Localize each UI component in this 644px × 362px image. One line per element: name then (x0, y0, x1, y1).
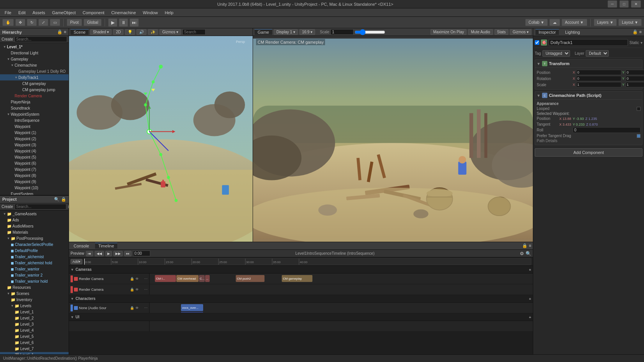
looped-checkbox[interactable] (637, 107, 641, 111)
transform-header[interactable]: ▼ T Transform (535, 60, 642, 68)
tree-item-waypoint-9[interactable]: Waypoint (9) (0, 179, 69, 185)
folder-game-assets[interactable]: ▼ 📁 _GameAssets (0, 211, 69, 217)
tl-zoom-icon[interactable]: 🔍 (526, 251, 531, 256)
minimize-button[interactable]: ─ (608, 0, 617, 8)
inspector-lock-icon[interactable]: 🔒 (632, 29, 638, 34)
track-lock-1[interactable]: 🔒 (130, 277, 134, 281)
step-button[interactable]: ⏭ (130, 18, 139, 27)
folder-level6a[interactable]: 📁 Level_6 (0, 340, 69, 346)
menu-gameobject[interactable]: GameObject (49, 10, 79, 16)
menu-help[interactable]: Help (162, 10, 177, 16)
tl-settings-icon[interactable]: ⚙ (520, 251, 524, 256)
layout-button[interactable]: Layout ▼ (618, 19, 642, 26)
tree-item-render-camera[interactable]: Render Camera (0, 93, 69, 99)
menu-assets[interactable]: Assets (30, 10, 48, 16)
folder-trailer-alchemist-hold[interactable]: ◼ Trailer_alchemist hold (0, 260, 69, 266)
folder-levels[interactable]: ▼ 📁 Levels (0, 303, 69, 309)
tree-item-playerninja[interactable]: PlayerNinja (0, 99, 69, 105)
maximize-button[interactable]: □ (619, 0, 629, 8)
scale-input[interactable] (330, 29, 353, 35)
timeline-menu-icon[interactable]: ≡ (529, 243, 531, 248)
folder-trailer-warrior[interactable]: ◼ Trailer_warrior (0, 266, 69, 272)
tl-time-input[interactable] (133, 251, 150, 256)
rot-x-input[interactable] (576, 76, 621, 81)
tree-item-waypoint-6[interactable]: Waypoint (6) (0, 160, 69, 166)
cameras-arrow-icon[interactable]: ▼ (71, 268, 74, 272)
maximize-on-play-btn[interactable]: Maximize On Play (430, 29, 467, 35)
tree-item-event-system[interactable]: EventSystem (0, 191, 69, 195)
account-button[interactable]: Account ▼ (562, 19, 587, 26)
project-lock-icon[interactable]: 🔒 (61, 197, 66, 202)
folder-level5a[interactable]: 📁 Level_5 (0, 334, 69, 340)
tree-item-dirlight[interactable]: Directional Light (0, 50, 69, 56)
folder-audio-mixers[interactable]: 📁 AudioMixers (0, 223, 69, 229)
folder-char-select[interactable]: ◼ CharacterSelectProfile (0, 242, 69, 248)
collab-button[interactable]: Collab ▼ (525, 19, 548, 26)
menu-file[interactable]: File (2, 10, 15, 16)
timeline-tab[interactable]: Timeline (95, 243, 117, 249)
display-btn[interactable]: Display 1 ▾ (274, 29, 298, 35)
scale-slider[interactable] (355, 29, 385, 35)
preview-label[interactable]: Preview (71, 251, 84, 256)
scene-lights-btn[interactable]: 💡 (125, 29, 135, 35)
track-lock-audio[interactable]: 🔒 (130, 306, 134, 310)
pause-button[interactable]: ⏸ (119, 18, 128, 27)
tree-item-soundtrack[interactable]: Soundtrack (0, 105, 69, 111)
tree-item-waypoint-10[interactable]: Waypoint (10) (0, 185, 69, 191)
scene-tab[interactable]: Scene (71, 29, 89, 35)
tree-item-dollytrack1[interactable]: ▼ DollyTrack1 (0, 74, 69, 80)
track-eye-1[interactable]: 👁 (135, 277, 139, 281)
pos-x-input[interactable] (576, 70, 621, 75)
inspector-tab[interactable]: Inspector (536, 29, 559, 35)
move-tool[interactable]: ✥ (15, 19, 25, 26)
global-button[interactable]: Global (84, 19, 102, 26)
folder-level7a[interactable]: 📁 Level_7 (0, 346, 69, 352)
close-button[interactable]: ✕ (631, 0, 641, 8)
static-arrow[interactable]: ▾ (641, 41, 642, 45)
scene-fx-btn[interactable]: ✨ (148, 29, 158, 35)
ui-arrow-icon[interactable]: ▼ (71, 315, 74, 319)
tl-next-btn[interactable]: ▶▶ (113, 251, 123, 256)
menu-cinemachine[interactable]: Cinemachine (108, 10, 139, 16)
folder-level4a[interactable]: 📁 Level_4 (0, 328, 69, 334)
scale-x-input[interactable] (576, 82, 621, 87)
folder-ads[interactable]: 📁 Ads (0, 217, 69, 223)
pos-y-input[interactable] (626, 70, 644, 75)
tl-start-btn[interactable]: ⏮ (86, 251, 93, 256)
mute-audio-btn[interactable]: Mute Audio (468, 29, 493, 35)
tree-item-cinemachine[interactable]: ▼ Cinemachine (0, 62, 69, 68)
tree-item-waypoint-7[interactable]: Waypoint (7) (0, 166, 69, 172)
characters-add-icon[interactable]: + (529, 296, 531, 301)
ratio-btn[interactable]: 16:9 ▾ (299, 29, 315, 35)
path-details-label[interactable]: Path Details (537, 139, 557, 143)
add-track-btn[interactable]: Add▾ (71, 259, 82, 264)
pivot-button[interactable]: Pivot (67, 19, 82, 26)
cloud-button[interactable]: ☁ (549, 19, 560, 26)
track-lock-2[interactable]: 🔒 (130, 288, 134, 292)
folder-level1a[interactable]: 📁 Level_1 (0, 309, 69, 315)
folder-level2a[interactable]: 📁 Level_2 (0, 315, 69, 321)
tree-item-waypoint-2[interactable]: Waypoint (2) (0, 136, 69, 142)
folder-default-profile[interactable]: ◼ DefaultProfile (0, 248, 69, 254)
menu-component[interactable]: Component (79, 10, 107, 16)
tree-item-gameplay[interactable]: ▼ Gameplay (0, 56, 69, 62)
scale-tool[interactable]: ⤢ (38, 19, 48, 26)
folder-level3a[interactable]: 📁 Level_3 (0, 321, 69, 328)
menu-edit[interactable]: Edit (15, 10, 29, 16)
scene-audio-btn[interactable]: 🔊 (136, 29, 146, 35)
tree-item-cm-gameplay-jump[interactable]: CM gameplay jump (0, 87, 69, 93)
2d-btn[interactable]: 2D (113, 29, 123, 35)
folder-inventory[interactable]: 📁 Inventory (0, 297, 69, 303)
tree-item-waypoint-5[interactable]: Waypoint (5) (0, 154, 69, 160)
hierarchy-menu-icon[interactable]: ≡ (64, 29, 66, 34)
folder-materials[interactable]: 📁 Materials (0, 229, 69, 236)
game-tab[interactable]: Game (255, 29, 272, 35)
play-button[interactable]: ▶ (108, 18, 117, 27)
rect-tool[interactable]: ▭ (50, 19, 60, 26)
tree-item-waypoint-system[interactable]: ▼ WaypointSystem (0, 111, 69, 117)
tag-dropdown[interactable]: Untagged (542, 50, 570, 57)
cameras-add-icon[interactable]: + (529, 267, 531, 272)
project-search[interactable] (15, 204, 66, 210)
track-dots-2[interactable]: ⋯ (140, 288, 148, 292)
hand-tool[interactable]: ✋ (2, 19, 14, 26)
